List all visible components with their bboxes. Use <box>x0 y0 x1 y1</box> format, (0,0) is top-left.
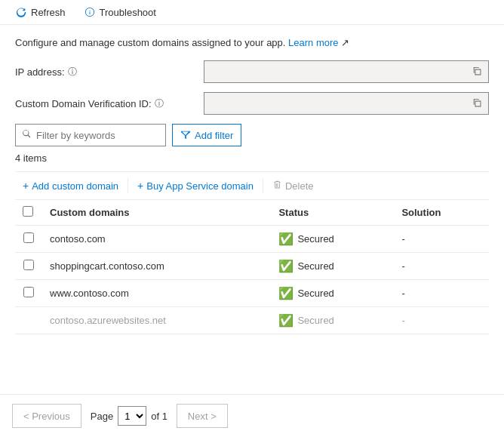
buy-domain-icon: + <box>137 180 143 192</box>
refresh-label: Refresh <box>31 7 66 18</box>
table-header-row: Custom domains Status Solution <box>15 200 489 226</box>
add-filter-icon <box>180 129 191 142</box>
status-text: Secured <box>297 288 333 299</box>
info-description: Configure and manage custom domains assi… <box>15 37 489 48</box>
ip-address-input-wrap <box>204 60 489 83</box>
col-header-solution: Solution <box>394 200 489 226</box>
table-row: www.contoso.com✅Secured- <box>15 280 489 307</box>
ip-address-row: IP address: ⓘ <box>15 60 489 83</box>
main-content: Configure and manage custom domains assi… <box>0 25 504 346</box>
verification-info-icon: ⓘ <box>155 97 164 110</box>
col-header-domains: Custom domains <box>42 200 271 226</box>
table-row: shoppingcart.contoso.com✅Secured- <box>15 253 489 280</box>
secured-icon: ✅ <box>278 232 293 246</box>
solution-cell: - <box>394 253 489 280</box>
troubleshoot-icon <box>84 6 96 18</box>
add-filter-button[interactable]: Add filter <box>172 124 241 146</box>
secured-icon: ✅ <box>278 259 293 273</box>
items-count: 4 items <box>15 152 489 164</box>
verification-id-label: Custom Domain Verification ID: ⓘ <box>15 97 204 110</box>
troubleshoot-label: Troubleshoot <box>100 7 156 18</box>
row-checkbox-cell <box>15 253 42 280</box>
buy-domain-button[interactable]: + Buy App Service domain <box>130 177 261 195</box>
row-checkbox-cell <box>15 307 42 334</box>
previous-button[interactable]: < Previous <box>12 404 81 428</box>
refresh-icon <box>15 6 27 18</box>
col-header-checkbox <box>15 200 42 226</box>
action-divider-1 <box>128 178 128 193</box>
add-filter-label: Add filter <box>195 130 233 141</box>
domain-cell: contoso.azurewebsites.net <box>42 307 271 334</box>
secured-icon: ✅ <box>278 313 293 328</box>
row-checkbox[interactable] <box>23 260 34 270</box>
toolbar: Refresh Troubleshoot <box>0 0 504 25</box>
add-custom-domain-button[interactable]: + Add custom domain <box>15 177 126 195</box>
status-text: Secured <box>297 315 333 326</box>
solution-cell: - <box>394 307 489 334</box>
verification-id-input-wrap <box>204 92 489 115</box>
solution-cell: - <box>394 226 489 253</box>
search-box <box>15 124 166 146</box>
status-cell: ✅Secured <box>271 307 394 334</box>
learn-more-link[interactable]: Learn more <box>288 37 338 48</box>
verification-id-copy-button[interactable] <box>468 94 487 113</box>
row-checkbox-cell <box>15 226 42 253</box>
pagination: < Previous Page 1 of 1 Next > <box>0 394 504 437</box>
domain-cell: shoppingcart.contoso.com <box>42 253 271 280</box>
status-text: Secured <box>297 233 333 245</box>
action-divider-2 <box>263 178 263 193</box>
next-button[interactable]: Next > <box>177 404 228 428</box>
select-all-checkbox[interactable] <box>23 206 33 217</box>
ip-address-info-icon: ⓘ <box>68 66 77 78</box>
status-text: Secured <box>297 260 333 272</box>
ip-address-input[interactable] <box>204 60 489 83</box>
solution-cell: - <box>394 280 489 307</box>
troubleshoot-button[interactable]: Troubleshoot <box>81 5 159 20</box>
page-select[interactable]: 1 <box>118 406 146 426</box>
add-custom-domain-label: Add custom domain <box>32 180 118 192</box>
secured-icon: ✅ <box>278 286 293 300</box>
domain-cell: www.contoso.com <box>42 280 271 307</box>
search-input[interactable] <box>36 130 159 141</box>
filter-row: Add filter <box>15 124 489 146</box>
col-header-status: Status <box>271 200 394 226</box>
row-checkbox[interactable] <box>23 232 34 243</box>
ip-address-copy-button[interactable] <box>468 62 487 82</box>
delete-label: Delete <box>285 180 314 192</box>
page-label: Page 1 of 1 <box>91 406 167 426</box>
search-icon <box>22 129 32 141</box>
table-row: contoso.com✅Secured- <box>15 226 489 253</box>
verification-id-input[interactable] <box>204 92 489 115</box>
status-cell: ✅Secured <box>271 253 394 280</box>
add-custom-domain-icon: + <box>23 180 29 192</box>
ip-address-label: IP address: ⓘ <box>15 66 204 78</box>
status-cell: ✅Secured <box>271 280 394 307</box>
verification-id-row: Custom Domain Verification ID: ⓘ <box>15 92 489 115</box>
row-checkbox[interactable] <box>23 287 34 297</box>
table-row: contoso.azurewebsites.net✅Secured- <box>15 307 489 334</box>
refresh-button[interactable]: Refresh <box>12 5 69 20</box>
buy-domain-label: Buy App Service domain <box>146 180 254 192</box>
domain-cell: contoso.com <box>42 226 271 253</box>
delete-button[interactable]: Delete <box>265 177 321 195</box>
status-cell: ✅Secured <box>271 226 394 253</box>
domain-table: Custom domains Status Solution contoso.c… <box>15 200 489 334</box>
delete-icon <box>272 180 282 192</box>
row-checkbox-cell <box>15 280 42 307</box>
action-bar: + Add custom domain + Buy App Service do… <box>15 171 489 200</box>
